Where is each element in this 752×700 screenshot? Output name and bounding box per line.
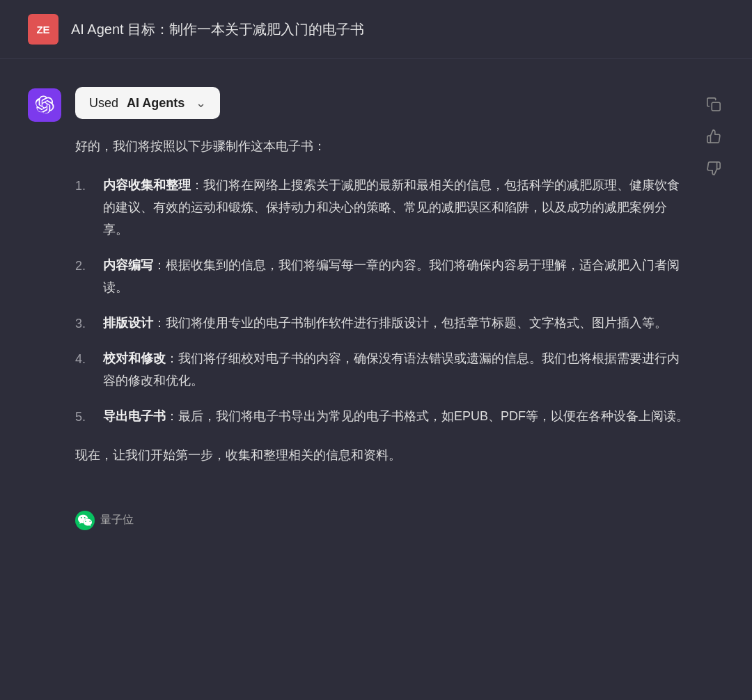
- thumbs-down-icon: [706, 161, 721, 176]
- chevron-down-icon: ⌄: [196, 95, 206, 111]
- svg-rect-0: [712, 102, 720, 111]
- steps-list: 1. 内容收集和整理：我们将在网络上搜索关于减肥的最新和最相关的信息，包括科学的…: [75, 174, 689, 429]
- user-avatar: ZE: [28, 14, 58, 45]
- watermark-text: 量子位: [100, 513, 134, 527]
- ai-agents-label: AI Agents: [127, 96, 185, 111]
- intro-text: 好的，我们将按照以下步骤制作这本电子书：: [75, 136, 689, 157]
- copy-button[interactable]: [703, 94, 724, 115]
- step-text-4: ：我们将仔细校对电子书的内容，确保没有语法错误或遗漏的信息。我们也将根据需要进行…: [103, 351, 680, 388]
- step-title-1: 内容收集和整理: [103, 178, 191, 192]
- step-content-1: 内容收集和整理：我们将在网络上搜索关于减肥的最新和最相关的信息，包括科学的减肥原…: [103, 174, 689, 241]
- wechat-icon: [75, 511, 95, 530]
- page-title: AI Agent 目标：制作一本关于减肥入门的电子书: [71, 20, 364, 39]
- step-text-5: ：最后，我们将电子书导出为常见的电子书格式，如EPUB、PDF等，以便在各种设备…: [166, 409, 689, 423]
- header: ZE AI Agent 目标：制作一本关于减肥入门的电子书: [0, 0, 752, 59]
- used-ai-agents-button[interactable]: Used AI Agents ⌄: [75, 87, 220, 119]
- step-text-2: ：根据收集到的信息，我们将编写每一章的内容。我们将确保内容易于理解，适合减肥入门…: [103, 258, 680, 294]
- list-item: 5. 导出电子书：最后，我们将电子书导出为常见的电子书格式，如EPUB、PDF等…: [75, 405, 689, 428]
- actions-area: [703, 87, 724, 530]
- thumbs-up-icon: [706, 129, 721, 144]
- step-content-2: 内容编写：根据收集到的信息，我们将编写每一章的内容。我们将确保内容易于理解，适合…: [103, 254, 689, 299]
- step-number-3: 3.: [75, 312, 95, 335]
- ai-avatar: [28, 88, 61, 122]
- step-title-3: 排版设计: [103, 316, 153, 330]
- message-area: Used AI Agents ⌄ 好的，我们将按照以下步骤制作这本电子书： 1.…: [75, 87, 689, 530]
- step-title-5: 导出电子书: [103, 409, 166, 423]
- step-title-2: 内容编写: [103, 258, 153, 272]
- step-number-1: 1.: [75, 174, 95, 241]
- thumbup-button[interactable]: [703, 126, 724, 147]
- list-item: 2. 内容编写：根据收集到的信息，我们将编写每一章的内容。我们将确保内容易于理解…: [75, 254, 689, 299]
- step-number-2: 2.: [75, 254, 95, 299]
- list-item: 1. 内容收集和整理：我们将在网络上搜索关于减肥的最新和最相关的信息，包括科学的…: [75, 174, 689, 241]
- main-content: Used AI Agents ⌄ 好的，我们将按照以下步骤制作这本电子书： 1.…: [0, 59, 752, 558]
- thumbdown-button[interactable]: [703, 158, 724, 179]
- step-text-3: ：我们将使用专业的电子书制作软件进行排版设计，包括章节标题、文字格式、图片插入等…: [153, 316, 667, 330]
- list-item: 3. 排版设计：我们将使用专业的电子书制作软件进行排版设计，包括章节标题、文字格…: [75, 312, 689, 335]
- step-content-4: 校对和修改：我们将仔细校对电子书的内容，确保没有语法错误或遗漏的信息。我们也将根…: [103, 347, 689, 392]
- used-label: Used: [89, 96, 118, 111]
- step-number-4: 4.: [75, 347, 95, 392]
- step-content-3: 排版设计：我们将使用专业的电子书制作软件进行排版设计，包括章节标题、文字格式、图…: [103, 312, 689, 335]
- closing-text: 现在，让我们开始第一步，收集和整理相关的信息和资料。: [75, 445, 689, 466]
- copy-icon: [706, 97, 721, 112]
- watermark: 量子位: [75, 483, 689, 530]
- openai-logo-icon: [35, 95, 54, 115]
- step-number-5: 5.: [75, 405, 95, 428]
- step-title-4: 校对和修改: [103, 351, 166, 365]
- list-item: 4. 校对和修改：我们将仔细校对电子书的内容，确保没有语法错误或遗漏的信息。我们…: [75, 347, 689, 392]
- step-content-5: 导出电子书：最后，我们将电子书导出为常见的电子书格式，如EPUB、PDF等，以便…: [103, 405, 689, 428]
